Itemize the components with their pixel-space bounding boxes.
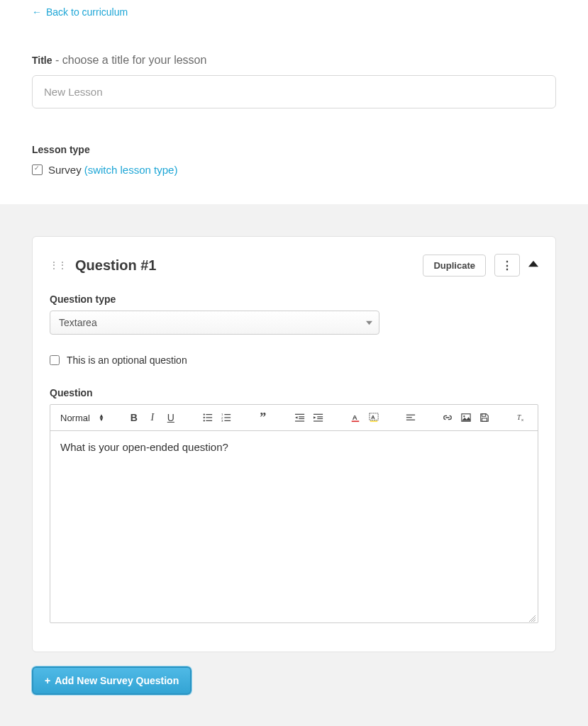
image-button[interactable] — [459, 411, 473, 425]
back-to-curriculum-link[interactable]: ← Back to curriculum — [32, 6, 128, 18]
question-card: ⋮⋮ Question #1 Duplicate ⋮ Question type… — [32, 236, 556, 652]
svg-rect-13 — [299, 416, 304, 417]
editor-toolbar: Normal ▲▼ B I U — [50, 405, 538, 431]
svg-rect-11 — [224, 420, 231, 421]
add-button-label: Add New Survey Question — [55, 675, 179, 686]
svg-rect-19 — [314, 420, 323, 421]
save-icon — [479, 413, 489, 423]
svg-point-4 — [203, 420, 204, 421]
underline-button[interactable]: U — [164, 411, 178, 425]
svg-rect-31 — [482, 418, 487, 421]
optional-checkbox-label: This is an optional question — [67, 354, 187, 366]
svg-rect-5 — [206, 420, 212, 421]
question-type-label: Question type — [50, 294, 538, 305]
svg-text:A: A — [371, 414, 375, 420]
svg-rect-3 — [206, 417, 212, 418]
lesson-type-field: Lesson type Survey (switch lesson type) — [32, 144, 556, 176]
svg-rect-1 — [206, 414, 212, 415]
collapse-toggle[interactable] — [528, 259, 538, 272]
optional-checkbox[interactable] — [50, 355, 60, 365]
questions-section: ⋮⋮ Question #1 Duplicate ⋮ Question type… — [0, 204, 588, 726]
rich-text-editor: Normal ▲▼ B I U — [50, 404, 538, 623]
question-type-select[interactable]: Textarea — [50, 311, 379, 335]
bullet-list-icon — [203, 413, 213, 423]
more-vertical-icon: ⋮ — [501, 259, 513, 272]
outdent-button[interactable] — [293, 411, 307, 425]
back-link-label: Back to curriculum — [46, 6, 128, 18]
bullet-list-button[interactable] — [201, 411, 215, 425]
outdent-icon — [295, 413, 305, 423]
svg-point-2 — [203, 417, 204, 418]
editor-content[interactable]: What is your open-ended question? — [50, 431, 538, 622]
plus-icon: + — [45, 675, 50, 686]
svg-point-0 — [203, 413, 204, 415]
ordered-list-icon: 123 — [221, 413, 231, 423]
align-button[interactable] — [404, 411, 418, 425]
svg-point-29 — [463, 415, 465, 417]
title-label: Title — [32, 55, 52, 66]
align-left-icon — [406, 413, 416, 423]
question-body: Question type Textarea This is an option… — [50, 294, 538, 623]
svg-rect-7 — [224, 414, 231, 415]
svg-rect-25 — [406, 415, 415, 415]
lesson-type-value: Survey — [48, 164, 82, 176]
svg-rect-26 — [406, 417, 412, 418]
italic-button[interactable]: I — [145, 411, 160, 425]
indent-icon — [314, 413, 323, 423]
resize-handle[interactable] — [528, 613, 536, 621]
arrow-left-icon: ← — [32, 6, 42, 18]
clear-format-button[interactable]: Tx — [514, 411, 528, 425]
svg-rect-12 — [295, 414, 304, 415]
text-color-button[interactable]: A — [348, 411, 362, 425]
question-header: ⋮⋮ Question #1 Duplicate ⋮ — [50, 254, 538, 277]
title-input[interactable] — [32, 75, 556, 108]
svg-text:3: 3 — [221, 419, 223, 423]
svg-rect-17 — [317, 416, 323, 417]
blockquote-button[interactable]: ” — [256, 411, 270, 425]
title-field: Title - choose a title for your lesson — [32, 54, 556, 108]
editor-text: What is your open-ended question? — [60, 441, 228, 453]
highlight-icon: A — [369, 413, 379, 423]
lesson-type-value-row: Survey (switch lesson type) — [32, 164, 556, 176]
optional-question-row: This is an optional question — [50, 354, 538, 366]
question-actions: Duplicate ⋮ — [423, 254, 538, 277]
highlight-button[interactable]: A — [367, 411, 381, 425]
svg-text:x: x — [521, 417, 523, 422]
link-button[interactable] — [440, 411, 455, 425]
svg-rect-18 — [317, 418, 323, 419]
switch-lesson-type-link[interactable]: (switch lesson type) — [84, 164, 178, 176]
svg-rect-16 — [314, 414, 323, 415]
top-section: ← Back to curriculum Title - choose a ti… — [0, 0, 588, 204]
svg-text:A: A — [352, 413, 357, 421]
svg-rect-27 — [406, 420, 415, 420]
format-label: Normal — [60, 413, 90, 423]
svg-rect-21 — [352, 420, 360, 422]
title-hint: - choose a title for your lesson — [52, 54, 207, 66]
question-type-select-wrap: Textarea — [50, 311, 379, 335]
add-survey-question-button[interactable]: + Add New Survey Question — [32, 666, 192, 695]
clear-format-icon: Tx — [516, 413, 526, 423]
more-options-button[interactable]: ⋮ — [494, 254, 520, 277]
duplicate-button[interactable]: Duplicate — [423, 255, 486, 277]
svg-rect-14 — [299, 418, 304, 419]
bold-button[interactable]: B — [127, 411, 141, 425]
svg-rect-15 — [295, 420, 304, 421]
question-content-label: Question — [50, 387, 538, 398]
sort-icon: ▲▼ — [99, 414, 104, 421]
question-title: Question #1 — [75, 257, 423, 274]
text-color-icon: A — [350, 413, 360, 423]
question-content-section: Question Normal ▲▼ B I U — [50, 387, 538, 623]
ordered-list-button[interactable]: 123 — [219, 411, 233, 425]
indent-button[interactable] — [311, 411, 326, 425]
image-icon — [461, 413, 471, 423]
svg-rect-9 — [224, 417, 231, 418]
drag-handle-icon[interactable]: ⋮⋮ — [50, 264, 67, 267]
link-icon — [443, 413, 453, 423]
svg-text:T: T — [517, 413, 521, 421]
svg-rect-24 — [370, 420, 378, 422]
survey-icon — [32, 164, 43, 175]
format-dropdown[interactable]: Normal ▲▼ — [60, 413, 104, 423]
chevron-up-icon — [528, 259, 538, 269]
save-button[interactable] — [477, 411, 492, 425]
lesson-type-label: Lesson type — [32, 144, 556, 155]
